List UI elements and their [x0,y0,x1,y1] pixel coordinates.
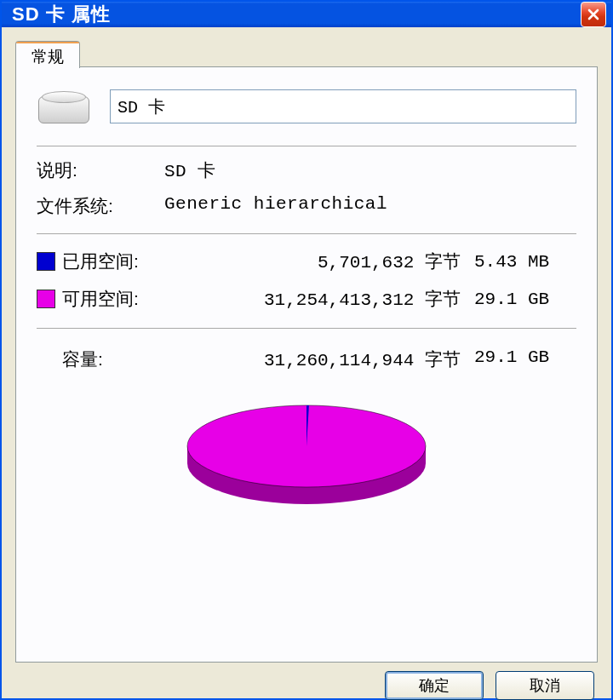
pie-chart-container [37,378,576,518]
info-grid: 说明: SD 卡 文件系统: Generic hierarchical [37,157,576,228]
filesystem-value: Generic hierarchical [164,194,576,218]
free-space-label: 可用空间: [62,287,173,311]
capacity-label: 容量: [62,347,173,371]
used-space-swatch [37,252,55,271]
divider [37,146,576,146]
capacity-bytes: 31,260,114,944 字节 [173,347,474,371]
ok-button[interactable]: 确定 [385,671,484,700]
properties-window: SD 卡 属性 常规 说明: SD 卡 文件系统: [0,0,613,700]
general-panel: 说明: SD 卡 文件系统: Generic hierarchical 已用空间… [15,66,598,663]
description-value: SD 卡 [164,158,576,182]
free-space-human: 29.1 GB [474,290,576,309]
tab-container: 常规 说明: SD 卡 文件系统: Generic hierarchical [15,41,598,663]
divider [37,233,576,234]
capacity-human: 29.1 GB [474,347,576,371]
disk-usage-pie-icon [170,390,443,518]
used-space-bytes: 5,701,632 字节 [173,250,474,273]
tab-general[interactable]: 常规 [15,41,80,68]
divider [37,328,576,329]
drive-name-input[interactable] [110,89,576,123]
description-label: 说明: [37,158,164,182]
free-space-swatch [37,290,55,308]
dialog-buttons: 确定 取消 [15,663,598,700]
space-grid: 已用空间: 5,701,632 字节 5.43 MB 可用空间: 31,254,… [37,244,576,323]
filesystem-label: 文件系统: [37,194,164,218]
client-area: 常规 说明: SD 卡 文件系统: Generic hierarchical [2,27,611,700]
used-space-label: 已用空间: [62,250,173,273]
window-title: SD 卡 属性 [12,2,581,27]
titlebar[interactable]: SD 卡 属性 [2,2,611,27]
capacity-row: 容量: 31,260,114,944 字节 29.1 GB [37,339,576,378]
cancel-button[interactable]: 取消 [496,671,594,700]
drive-icon [37,88,91,125]
close-icon [587,8,600,21]
free-space-bytes: 31,254,413,312 字节 [173,287,474,311]
name-row [37,83,576,141]
used-space-human: 5.43 MB [474,252,576,272]
close-button[interactable] [581,2,606,27]
